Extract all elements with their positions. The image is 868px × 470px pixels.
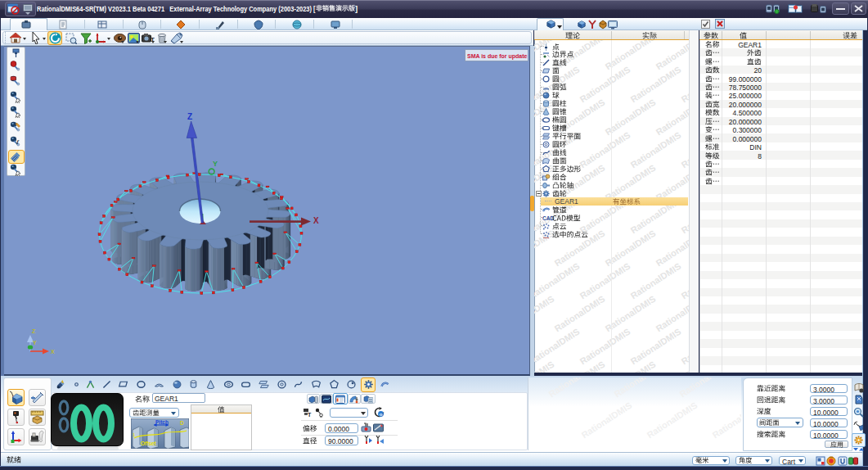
- svg-text:D: D: [180, 420, 184, 426]
- svg-text:o: o: [380, 412, 383, 417]
- svg-text:Z: Z: [32, 328, 36, 334]
- svg-text:X: X: [51, 349, 55, 355]
- svg-text:Offset: Offset: [141, 441, 157, 446]
- svg-text:Y: Y: [33, 340, 37, 346]
- svg-text:Pitch: Pitch: [155, 419, 169, 425]
- svg-text:T: T: [308, 412, 312, 418]
